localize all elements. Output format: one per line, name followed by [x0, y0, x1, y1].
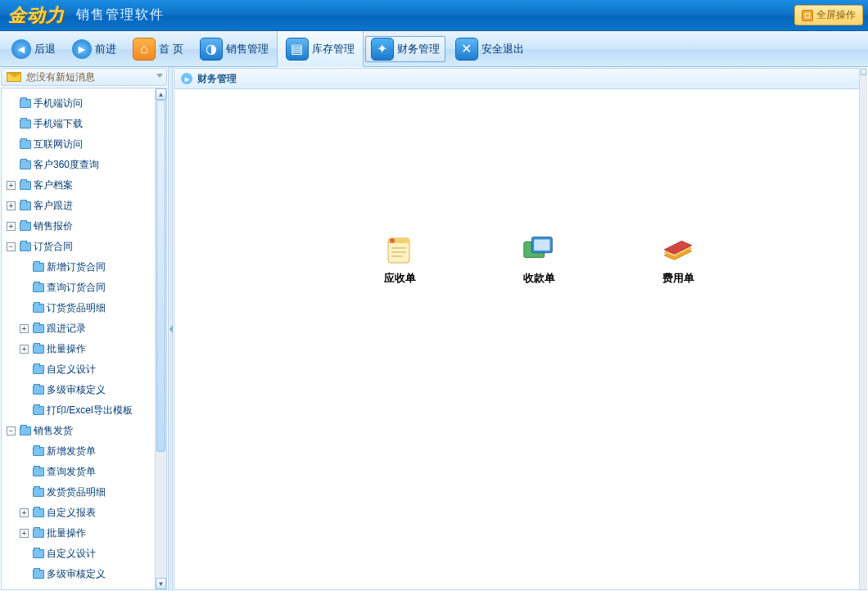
- tree-scrollbar[interactable]: ▲ ▼: [155, 88, 166, 589]
- tree-sales-quote[interactable]: +销售报价: [7, 216, 155, 237]
- nav-bar: ◄ 后退 ► 前进 ⌂ 首 页 ◑ 销售管理 ▤ 库存管理 ✦ 财务管理 ✕ 安…: [0, 31, 868, 67]
- card-receipt[interactable]: 收款单: [502, 233, 576, 286]
- expand-icon[interactable]: +: [20, 345, 29, 354]
- expand-icon[interactable]: +: [7, 201, 16, 210]
- folder-icon: [20, 181, 31, 190]
- tree-customer-follow[interactable]: +客户跟进: [7, 196, 155, 216]
- collapse-icon[interactable]: −: [7, 426, 16, 435]
- nav-forward-label: 前进: [95, 42, 116, 56]
- tree-custom-design2[interactable]: 自定义设计: [20, 544, 155, 564]
- scroll-thumb[interactable]: [156, 100, 165, 452]
- message-text: 您没有新短消息: [26, 70, 95, 84]
- tree-multi-approval2[interactable]: 多级审核定义: [20, 564, 155, 584]
- tree-mobile-download[interactable]: 手机端下载: [7, 114, 155, 134]
- folder-icon: [33, 549, 44, 558]
- card-label: 收款单: [523, 271, 555, 286]
- nav-home-label: 首 页: [159, 42, 183, 56]
- sales-icon: ◑: [200, 38, 223, 61]
- expand-icon[interactable]: +: [20, 508, 29, 517]
- folder-icon: [20, 242, 31, 251]
- content-scrollbar[interactable]: [859, 68, 867, 589]
- nav-sales-label: 销售管理: [226, 42, 269, 56]
- crumb-icon: ▸: [181, 73, 192, 84]
- nav-inventory-label: 库存管理: [312, 42, 355, 56]
- tree-batch-op2[interactable]: +批量操作: [20, 523, 155, 544]
- folder-icon: [20, 120, 31, 129]
- breadcrumb: ▸ 财务管理: [174, 68, 867, 89]
- folder-icon: [20, 426, 31, 435]
- nav-finance-label: 财务管理: [397, 42, 440, 56]
- scroll-down-icon[interactable]: ▼: [156, 578, 166, 589]
- dropdown-icon: [156, 74, 163, 78]
- nav-exit[interactable]: ✕ 安全退出: [447, 31, 532, 67]
- tree-print-template[interactable]: 打印/Excel导出模板: [20, 400, 155, 421]
- card-expense[interactable]: 费用单: [641, 233, 715, 286]
- receipt-icon: [521, 233, 557, 266]
- folder-icon: [33, 488, 44, 497]
- collapse-icon[interactable]: −: [7, 242, 16, 251]
- nav-back[interactable]: ◄ 后退: [3, 31, 64, 67]
- nav-back-label: 后退: [34, 42, 56, 56]
- folder-icon: [33, 529, 44, 538]
- card-label: 费用单: [662, 271, 694, 286]
- logo: 金动力: [0, 3, 76, 28]
- nav-home[interactable]: ⌂ 首 页: [124, 31, 192, 67]
- expand-icon[interactable]: +: [20, 324, 29, 333]
- nav-tree[interactable]: 手机端访问 手机端下载 互联网访问 客户360度查询 +客户档案 +客户跟进 +…: [2, 88, 155, 589]
- tree-sales-delivery[interactable]: −销售发货: [7, 421, 155, 441]
- mail-icon: [7, 72, 21, 82]
- tree-order-contract[interactable]: −订货合同: [7, 237, 155, 257]
- folder-icon: [33, 570, 44, 579]
- fullscreen-button[interactable]: 全屏操作: [794, 5, 863, 25]
- folder-icon: [33, 263, 44, 272]
- nav-sales[interactable]: ◑ 销售管理: [192, 31, 277, 67]
- expense-icon: [660, 233, 696, 266]
- message-bar[interactable]: 您没有新短消息: [1, 68, 167, 86]
- nav-inventory[interactable]: ▤ 库存管理: [277, 31, 364, 67]
- folder-icon: [33, 345, 44, 354]
- card-receivable[interactable]: 应收单: [363, 233, 436, 286]
- expand-icon[interactable]: +: [7, 222, 16, 231]
- card-row: 应收单 收款单: [363, 233, 715, 286]
- scroll-up-icon[interactable]: [861, 69, 866, 75]
- folder-icon: [33, 304, 44, 313]
- expand-icon[interactable]: +: [20, 529, 29, 538]
- home-icon: ⌂: [133, 38, 156, 61]
- tree-follow-record[interactable]: +跟进记录: [20, 318, 155, 339]
- tree-add-order[interactable]: 新增订货合同: [20, 257, 155, 277]
- tree-multi-approval[interactable]: 多级审核定义: [20, 380, 155, 400]
- left-column: 您没有新短消息 手机端访问 手机端下载 互联网访问 客户360度查询 +客户档案…: [0, 67, 168, 591]
- tree-custom-design[interactable]: 自定义设计: [20, 359, 155, 380]
- folder-icon: [20, 201, 31, 210]
- finance-icon: ✦: [371, 38, 394, 61]
- tree-mobile-access[interactable]: 手机端访问: [7, 93, 155, 114]
- tree-customer-360[interactable]: 客户360度查询: [7, 155, 155, 175]
- svg-rect-8: [534, 240, 549, 250]
- exit-icon: ✕: [455, 38, 478, 61]
- tree-delivery-detail[interactable]: 发货货品明细: [20, 482, 155, 503]
- folder-icon: [33, 283, 44, 292]
- folder-icon: [20, 99, 31, 108]
- brand-title: 销售管理软件: [76, 7, 165, 24]
- back-icon: ◄: [11, 39, 31, 59]
- crumb-title: 财务管理: [197, 72, 237, 86]
- tree-customer-profile[interactable]: +客户档案: [7, 175, 155, 196]
- tree-query-delivery[interactable]: 查询发货单: [20, 462, 155, 482]
- tree-internet-access[interactable]: 互联网访问: [7, 134, 155, 155]
- tree-add-delivery[interactable]: 新增发货单: [20, 441, 155, 462]
- expand-icon[interactable]: +: [7, 181, 16, 190]
- tree-query-order[interactable]: 查询订货合同: [20, 277, 155, 298]
- tree-order-detail[interactable]: 订货货品明细: [20, 298, 155, 318]
- tree-custom-report[interactable]: +自定义报表: [20, 503, 155, 523]
- forward-icon: ►: [72, 39, 92, 59]
- splitter[interactable]: [168, 67, 173, 591]
- folder-icon: [33, 324, 44, 333]
- nav-finance[interactable]: ✦ 财务管理: [365, 36, 445, 62]
- folder-icon: [20, 160, 31, 169]
- nav-forward[interactable]: ► 前进: [64, 31, 124, 67]
- svg-point-2: [390, 238, 395, 243]
- tree-batch-op[interactable]: +批量操作: [20, 339, 155, 359]
- scroll-up-icon[interactable]: ▲: [156, 88, 166, 100]
- content-area: 应收单 收款单: [174, 90, 867, 590]
- fullscreen-icon: [802, 10, 813, 21]
